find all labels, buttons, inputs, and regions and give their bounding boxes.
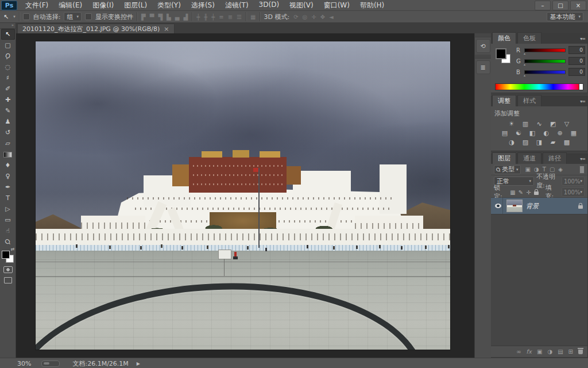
threshold-icon[interactable]: ◨ [535, 139, 544, 146]
new-layer-icon[interactable]: ⊞ [568, 348, 573, 355]
tool-pen[interactable]: ✒ [1, 182, 15, 193]
new-group-icon[interactable]: ▤ [558, 348, 563, 355]
menu-help[interactable]: 帮助(H) [355, 0, 389, 11]
filter-smart-objects-icon[interactable]: ◈ [558, 166, 563, 172]
brightness-contrast-icon[interactable]: ☀ [508, 120, 516, 128]
slider-thumb-icon[interactable]: ▴ [524, 73, 525, 77]
color-spectrum-ramp[interactable] [495, 83, 583, 90]
document-size-info[interactable]: 文档:26.1M/26.1M [72, 359, 128, 368]
menu-3d[interactable]: 3D(D) [254, 0, 284, 11]
tool-eraser[interactable]: ▱ [1, 138, 15, 149]
auto-align-layers-icon[interactable]: ▦ [250, 14, 256, 20]
menu-filter[interactable]: 滤镜(T) [220, 0, 253, 11]
align-right-edges-icon[interactable]: ▜ [157, 14, 163, 20]
tool-history-brush[interactable]: ↺ [1, 127, 15, 138]
exposure-icon[interactable]: ◩ [549, 120, 558, 128]
tool-gradient[interactable] [1, 149, 15, 160]
color-lookup-icon[interactable]: ▦ [570, 129, 578, 137]
minimize-button[interactable]: – [535, 1, 551, 10]
filter-kind-dropdown[interactable]: Ϙ 类型 ▾ [494, 165, 521, 174]
tab-swatches[interactable]: 色板 [517, 32, 541, 44]
zoom-level-field[interactable]: 30% [17, 360, 31, 367]
tab-layers[interactable]: 图层 [492, 152, 516, 164]
3d-slide-icon[interactable]: ✥ [320, 14, 326, 20]
tool-spot-healing[interactable]: ✚ [1, 94, 15, 105]
panel-menu-icon[interactable]: ▾≡ [580, 36, 585, 41]
tool-crop[interactable]: ♯ [1, 72, 15, 83]
add-mask-icon[interactable]: ▣ [537, 348, 542, 355]
distribute-right-icon[interactable]: ☰ [236, 14, 242, 20]
panel-menu-icon[interactable]: ▾≡ [580, 99, 585, 104]
distribute-left-icon[interactable]: ≡ [218, 14, 224, 20]
tool-preset-arrow-icon[interactable]: ▾ [13, 14, 16, 19]
layer-thumbnail[interactable] [506, 200, 523, 212]
status-scrubber[interactable] [41, 361, 60, 367]
lock-pixels-icon[interactable]: ✎ [519, 189, 523, 195]
lock-transparency-icon[interactable]: ▦ [510, 189, 515, 195]
panel-foreground-swatch[interactable] [496, 48, 506, 59]
align-bottom-edges-icon[interactable]: ▟ [183, 14, 188, 20]
red-slider[interactable]: ▴ [524, 48, 566, 52]
red-value[interactable]: 0 [568, 46, 585, 54]
swap-colors-icon[interactable]: ⇄ [11, 247, 15, 252]
levels-icon[interactable]: ▥ [521, 120, 530, 128]
tool-hand[interactable]: ☝ [1, 225, 15, 236]
filter-adjustment-layers-icon[interactable]: ◑ [534, 166, 539, 172]
show-transform-checkbox[interactable] [85, 13, 92, 20]
photo-filter-icon[interactable]: ◐ [542, 129, 551, 137]
filter-shape-layers-icon[interactable]: ▢ [550, 166, 555, 172]
lock-all-icon[interactable] [534, 191, 539, 195]
menu-layer[interactable]: 图层(L) [119, 0, 152, 11]
menu-edit[interactable]: 编辑(E) [54, 0, 87, 11]
tool-brush[interactable]: ✎ [1, 105, 15, 116]
tool-zoom[interactable]: Ϙ [1, 236, 15, 247]
menu-file[interactable]: 文件(F) [21, 0, 53, 11]
history-panel-button[interactable]: ⟲ [476, 39, 490, 53]
channel-mixer-icon[interactable]: ⊕ [556, 129, 564, 137]
invert-icon[interactable]: ◑ [508, 139, 516, 146]
tab-channels[interactable]: 通道 [517, 152, 541, 164]
distribute-top-icon[interactable]: ╪ [196, 14, 200, 20]
filter-toggle-switch[interactable] [579, 166, 585, 174]
align-horizontal-centers-icon[interactable]: ▀ [149, 14, 155, 20]
panel-menu-icon[interactable]: ▾≡ [580, 156, 585, 162]
new-adjustment-layer-icon[interactable]: ◑ [547, 348, 552, 355]
close-button[interactable]: × [570, 1, 586, 10]
3d-scale-icon[interactable]: ◄ [328, 14, 334, 20]
toolbar-collapse-handle[interactable]: » [0, 23, 16, 29]
opacity-field[interactable]: 100% ▾ [562, 177, 585, 186]
tab-adjustments[interactable]: 调整 [492, 95, 516, 106]
green-slider[interactable]: ▴ [524, 59, 566, 63]
lock-position-icon[interactable]: ✛ [526, 189, 531, 195]
posterize-icon[interactable]: ▨ [521, 139, 530, 146]
align-vertical-centers-icon[interactable]: ▄ [175, 14, 180, 20]
tab-color[interactable]: 颜色 [492, 32, 516, 44]
tool-dodge[interactable]: ♀ [1, 171, 15, 182]
green-value[interactable]: 0 [568, 57, 585, 65]
workspace-switcher[interactable]: 基本功能 ▾ [547, 12, 583, 21]
curves-icon[interactable]: ∿ [535, 120, 544, 128]
tool-move[interactable]: ↖ [1, 29, 15, 40]
foreground-color-swatch[interactable] [2, 251, 10, 259]
document-image[interactable] [36, 41, 450, 350]
slider-thumb-icon[interactable]: ▴ [524, 51, 525, 55]
tool-type[interactable]: T [1, 193, 15, 204]
canvas-area[interactable] [16, 33, 474, 358]
properties-panel-button[interactable]: ≣ [476, 60, 490, 74]
link-layers-icon[interactable]: ∞ [516, 348, 521, 355]
menu-window[interactable]: 窗口(W) [319, 0, 354, 11]
blue-slider[interactable]: ▴ [524, 70, 566, 74]
menu-view[interactable]: 视图(V) [285, 0, 318, 11]
menu-image[interactable]: 图像(I) [88, 0, 118, 11]
vibrance-icon[interactable]: ▽ [563, 120, 571, 128]
layer-style-icon[interactable]: fx [527, 348, 532, 355]
blue-value[interactable]: 0 [568, 68, 585, 76]
auto-select-dropdown[interactable]: 组 ▾ [64, 12, 82, 21]
filter-pixel-layers-icon[interactable]: ▣ [525, 166, 531, 172]
visibility-cell[interactable] [493, 198, 503, 214]
gradient-map-icon[interactable]: ▰ [549, 139, 558, 146]
distribute-vertical-icon[interactable]: ╫ [203, 14, 208, 20]
delete-layer-icon[interactable] [578, 350, 583, 354]
dock-group-handle[interactable] [475, 33, 491, 37]
3d-drag-icon[interactable]: ✛ [311, 14, 316, 20]
